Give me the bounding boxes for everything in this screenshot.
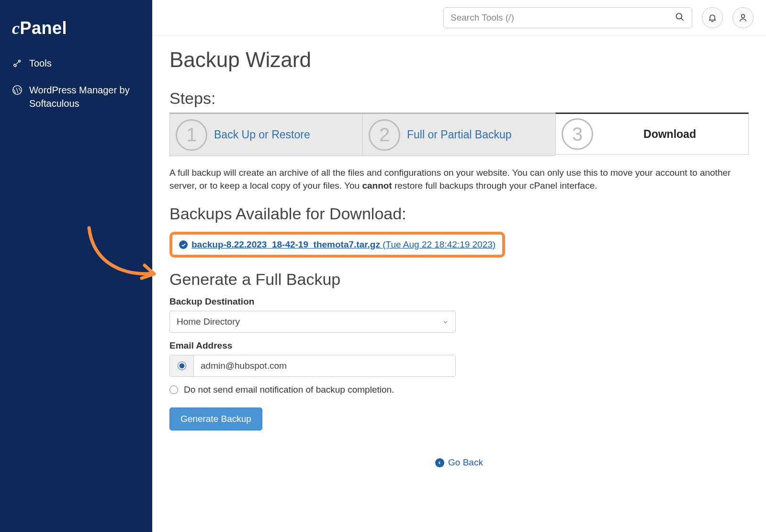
email-notify-radio[interactable] bbox=[178, 362, 186, 370]
go-back-link[interactable]: Go Back bbox=[435, 457, 483, 468]
email-label: Email Address bbox=[169, 340, 749, 351]
page-title: Backup Wizard bbox=[169, 48, 749, 72]
generate-backup-button[interactable]: Generate Backup bbox=[169, 407, 262, 430]
wordpress-icon bbox=[12, 85, 23, 95]
search-icon bbox=[675, 12, 685, 22]
available-heading: Backups Available for Download: bbox=[169, 204, 749, 223]
sidebar-item-wordpress[interactable]: WordPress Manager by Softaculous bbox=[12, 83, 140, 110]
topbar bbox=[152, 0, 766, 35]
wrench-icon bbox=[12, 58, 23, 68]
step-label: Back Up or Restore bbox=[214, 128, 310, 141]
steps-heading: Steps: bbox=[169, 89, 749, 108]
destination-value: Home Directory bbox=[177, 317, 240, 327]
svg-point-2 bbox=[676, 13, 682, 19]
go-back: Go Back bbox=[169, 457, 749, 468]
description: A full backup will create an archive of … bbox=[169, 167, 749, 192]
generate-heading: Generate a Full Backup bbox=[169, 270, 749, 289]
check-circle-icon bbox=[179, 240, 188, 249]
sidebar-item-tools[interactable]: Tools bbox=[12, 57, 140, 70]
step-1[interactable]: 1 Back Up or Restore bbox=[169, 114, 362, 156]
chevron-down-icon bbox=[442, 319, 449, 325]
brand-logo: cPanel bbox=[12, 18, 140, 38]
no-email-label: Do not send email notification of backup… bbox=[184, 385, 394, 395]
step-number: 1 bbox=[176, 119, 207, 151]
step-3[interactable]: 3 Download bbox=[555, 113, 749, 155]
search-button[interactable] bbox=[673, 10, 687, 25]
arrow-left-circle-icon bbox=[435, 458, 444, 467]
bell-icon bbox=[708, 13, 717, 23]
backup-download-link[interactable]: backup-8.22.2023_18-42-19_themota7.tar.g… bbox=[179, 239, 496, 250]
sidebar: cPanel Tools WordPress Manager by So bbox=[0, 0, 152, 532]
step-number: 2 bbox=[369, 119, 400, 151]
email-input[interactable] bbox=[194, 355, 455, 376]
sidebar-item-label: Tools bbox=[29, 57, 52, 70]
step-label: Full or Partial Backup bbox=[407, 128, 512, 141]
notifications-button[interactable] bbox=[702, 7, 723, 28]
destination-select[interactable]: Home Directory bbox=[169, 311, 456, 333]
step-2[interactable]: 2 Full or Partial Backup bbox=[362, 114, 555, 156]
account-button[interactable] bbox=[732, 7, 754, 28]
svg-point-3 bbox=[742, 14, 745, 18]
steps-tabs: 1 Back Up or Restore 2 Full or Partial B… bbox=[169, 113, 749, 156]
user-icon bbox=[738, 13, 748, 23]
search-wrap bbox=[443, 7, 692, 28]
highlight-box: backup-8.22.2023_18-42-19_themota7.tar.g… bbox=[169, 232, 505, 258]
search-input[interactable] bbox=[443, 7, 692, 28]
content: Backup Wizard Steps: 1 Back Up or Restor… bbox=[152, 35, 766, 532]
email-row bbox=[169, 355, 456, 377]
step-label: Download bbox=[595, 128, 744, 141]
no-email-radio[interactable] bbox=[169, 385, 178, 394]
step-number: 3 bbox=[562, 118, 593, 150]
email-radio-cell bbox=[170, 355, 194, 376]
no-email-row[interactable]: Do not send email notification of backup… bbox=[169, 385, 749, 395]
destination-label: Backup Destination bbox=[169, 296, 749, 307]
svg-point-0 bbox=[19, 60, 21, 62]
sidebar-item-label: WordPress Manager by Softaculous bbox=[29, 83, 140, 110]
